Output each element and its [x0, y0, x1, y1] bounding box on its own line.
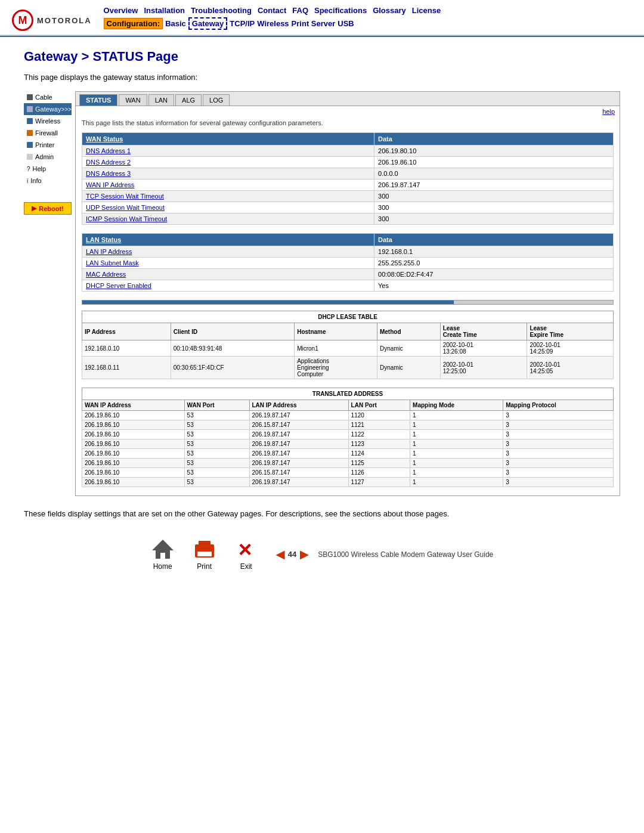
- logo-area: M MOTOROLA: [12, 6, 92, 31]
- svg-rect-2: [199, 541, 210, 547]
- mac-value: 00:08:0E:D2:F4:47: [374, 269, 614, 280]
- lan-data-col-label: Data: [374, 234, 614, 246]
- lan-ip-value: 192.168.0.1: [374, 246, 614, 258]
- home-button[interactable]: Home: [151, 538, 175, 571]
- nav-license[interactable]: License: [412, 6, 441, 15]
- sidebar-item-cable[interactable]: Cable: [24, 91, 72, 103]
- col-lan-port: LAN Port: [348, 400, 410, 411]
- wan-data-col-label: Data: [374, 133, 614, 145]
- table-row: LAN Subnet Mask 255.255.255.0: [82, 258, 614, 269]
- nav-bottom: Configuration: Basic Gateway TCP/IP Wire…: [104, 17, 632, 30]
- dhcp-col-header: IP Address Client ID Hostname Method Lea…: [82, 323, 614, 340]
- wan-status-table: WAN Status Data DNS Address 1 206.19.80.…: [82, 132, 614, 225]
- nav-contact[interactable]: Contact: [258, 6, 286, 15]
- lan-subnet-label[interactable]: LAN Subnet Mask: [82, 258, 374, 269]
- dns3-label[interactable]: DNS Address 3: [82, 168, 374, 179]
- translated-section-header: TRANSLATED ADDRESS: [82, 388, 614, 400]
- page-number: 44: [288, 550, 296, 559]
- mac-label[interactable]: MAC Address: [82, 269, 374, 280]
- info-prefix-icon: i: [27, 178, 28, 184]
- dhcp-create-1: 2002-10-0113:26:08: [440, 340, 527, 357]
- col-expire-time: LeaseExpire Time: [527, 323, 614, 340]
- nav-usb[interactable]: USB: [338, 19, 354, 28]
- next-page-button[interactable]: ▶: [300, 548, 308, 561]
- svg-text:✕: ✕: [237, 540, 252, 560]
- translated-row: 206.19.86.1053206.19.87.147112013: [82, 411, 614, 420]
- sidebar-label-info: Info: [30, 177, 41, 184]
- nav-wireless[interactable]: Wireless: [257, 19, 289, 28]
- dhcp-hostname-2: ApplicationsEngineeringComputer: [295, 357, 377, 379]
- nav-installation[interactable]: Installation: [144, 6, 185, 15]
- nav-troubleshooting[interactable]: Troubleshooting: [191, 6, 252, 15]
- table-row: ICMP Session Wait Timeout 300: [82, 213, 614, 225]
- udp-timeout-label[interactable]: UDP Session Wait Timeout: [82, 202, 374, 213]
- sidebar-item-gateway[interactable]: Gateway >>>: [24, 103, 72, 115]
- lan-ip-label[interactable]: LAN IP Address: [82, 246, 374, 258]
- prev-page-button[interactable]: ◀: [276, 548, 284, 561]
- sidebar-item-wireless[interactable]: Wireless: [24, 115, 72, 127]
- dns2-label[interactable]: DNS Address 2: [82, 157, 374, 168]
- dhcp-expire-1: 2002-10-0114:25:09: [527, 340, 614, 357]
- tab-status[interactable]: STATUS: [79, 94, 117, 106]
- exit-icon: ✕: [234, 538, 258, 560]
- icmp-timeout-label[interactable]: ICMP Session Wait Timeout: [82, 213, 374, 225]
- header: M MOTOROLA Overview Installation Trouble…: [0, 0, 644, 36]
- tab-alg[interactable]: ALG: [175, 94, 202, 106]
- panel-help-link[interactable]: help: [76, 106, 620, 117]
- sidebar-item-admin[interactable]: Admin: [24, 151, 72, 163]
- printer-dot: [27, 142, 33, 148]
- nav-specifications[interactable]: Specifications: [314, 6, 367, 15]
- sidebar-label-cable: Cable: [35, 94, 52, 101]
- sidebar-item-firewall[interactable]: Firewall: [24, 127, 72, 139]
- nav-basic[interactable]: Basic: [165, 19, 186, 28]
- gateway-panel: STATUS WAN LAN ALG LOG help This page li…: [75, 91, 620, 496]
- print-icon: [193, 538, 216, 560]
- main-layout: Cable Gateway >>> Wireless Firewall Prin…: [24, 91, 620, 496]
- table-row: DNS Address 3 0.0.0.0: [82, 168, 614, 179]
- exit-button[interactable]: ✕ Exit: [234, 538, 258, 571]
- scroll-indicator[interactable]: [82, 300, 614, 305]
- nav-tcpip[interactable]: TCP/IP: [230, 19, 255, 28]
- lan-subnet-value: 255.255.255.0: [374, 258, 614, 269]
- col-ip: IP Address: [82, 323, 171, 340]
- nav-gateway-active[interactable]: Gateway: [188, 17, 227, 30]
- bottom-nav: Home Print ✕ Exit ◀ 44 ▶ SBG1000 Wireles…: [24, 538, 620, 571]
- tab-log[interactable]: LOG: [203, 94, 230, 106]
- sidebar-item-help[interactable]: ? Help: [24, 163, 72, 175]
- nav-faq[interactable]: FAQ: [292, 6, 308, 15]
- dhcp-ip-1: 192.168.0.10: [82, 340, 171, 357]
- sidebar-label-firewall: Firewall: [35, 129, 58, 137]
- intro-text: This page displays the gateway status in…: [24, 73, 620, 82]
- nav-printserver[interactable]: Print Server: [292, 19, 336, 28]
- print-label: Print: [197, 562, 212, 571]
- tcp-timeout-label[interactable]: TCP Session Wait Timeout: [82, 191, 374, 202]
- translated-row: 206.19.86.1053206.19.87.147112213: [82, 430, 614, 439]
- table-row: LAN IP Address 192.168.0.1: [82, 246, 614, 258]
- dhcp-clientid-1: 00:10:4B:93:91:48: [171, 340, 294, 357]
- col-method: Method: [377, 323, 440, 340]
- reboot-button[interactable]: ▶ Reboot!: [24, 202, 72, 215]
- doc-title: SBG1000 Wireless Cable Modem Gateway Use…: [318, 550, 493, 559]
- translated-address-table: TRANSLATED ADDRESS WAN IP Address WAN Po…: [82, 388, 614, 487]
- motorola-logo: M MOTOROLA: [12, 10, 92, 31]
- col-wan-ip: WAN IP Address: [82, 400, 185, 411]
- wan-ip-label[interactable]: WAN IP Address: [82, 179, 374, 191]
- reboot-label: Reboot!: [39, 205, 64, 212]
- sidebar-item-printer[interactable]: Printer: [24, 139, 72, 151]
- dns3-value: 0.0.0.0: [374, 168, 614, 179]
- tab-wan[interactable]: WAN: [119, 94, 147, 106]
- sidebar-item-info[interactable]: i Info: [24, 175, 72, 187]
- motorola-icon: M: [12, 10, 33, 31]
- nav-glossary[interactable]: Glossary: [373, 6, 406, 15]
- sidebar-label-help: Help: [33, 165, 47, 172]
- dns1-label[interactable]: DNS Address 1: [82, 145, 374, 157]
- page-indicator: ◀ 44 ▶ SBG1000 Wireless Cable Modem Gate…: [276, 548, 494, 561]
- nav-overview[interactable]: Overview: [104, 6, 138, 15]
- print-button[interactable]: Print: [193, 538, 216, 571]
- dhcp-enabled-label[interactable]: DHCP Server Enabled: [82, 280, 374, 292]
- sidebar-label-admin: Admin: [35, 153, 54, 160]
- exit-label: Exit: [240, 562, 252, 571]
- dhcp-lease-table: DHCP LEASE TABLE IP Address Client ID Ho…: [82, 311, 614, 379]
- dhcp-create-2: 2002-10-0112:25:00: [440, 357, 527, 379]
- tab-lan[interactable]: LAN: [148, 94, 174, 106]
